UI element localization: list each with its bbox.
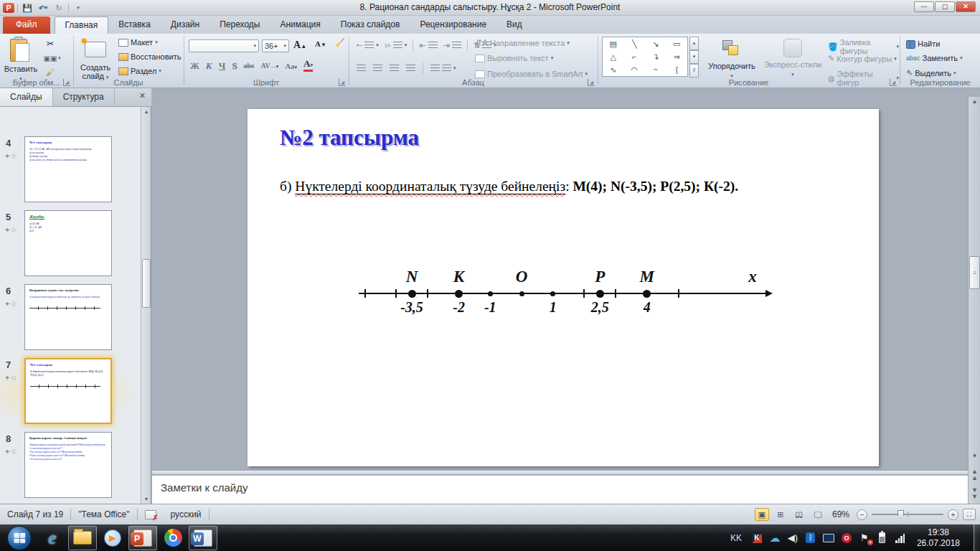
- text-shadow-button[interactable]: S: [232, 60, 237, 72]
- zoom-slider-thumb[interactable]: [897, 510, 904, 519]
- bluetooth-icon[interactable]: ᛒ: [805, 532, 816, 544]
- bullets-button[interactable]: •–▾: [357, 42, 379, 49]
- decrease-indent-button[interactable]: ⇤: [419, 41, 437, 50]
- scroll-thumb[interactable]: [142, 259, 151, 308]
- shape-icon[interactable]: ~: [654, 65, 658, 75]
- animation-star-icon[interactable]: ✦☆: [4, 152, 17, 160]
- notes-pane[interactable]: Заметки к слайду: [152, 475, 968, 504]
- animation-star-icon[interactable]: ✦☆: [4, 300, 17, 308]
- change-case-button[interactable]: Aa▾: [285, 62, 297, 70]
- chrome-icon[interactable]: [159, 526, 187, 550]
- volume-icon[interactable]: ◀): [787, 532, 798, 544]
- notes-splitter[interactable]: [152, 470, 968, 475]
- reset-button[interactable]: Восстановить: [118, 52, 181, 61]
- shape-icon[interactable]: ▭: [673, 39, 680, 49]
- smartart-button[interactable]: Преобразовать в SmartArt▾: [475, 70, 588, 78]
- shape-icon[interactable]: ↴: [652, 52, 659, 62]
- reading-view-button[interactable]: 🕮: [792, 508, 806, 521]
- bold-button[interactable]: Ж: [190, 60, 199, 72]
- arrange-button[interactable]: Упорядочить▾: [705, 36, 759, 77]
- copy-button[interactable]: ▣▣▾: [44, 52, 61, 64]
- find-button[interactable]: Найти: [906, 39, 940, 48]
- paste-button[interactable]: Вставить▾: [2, 36, 39, 77]
- language-indicator[interactable]: русский: [164, 504, 209, 524]
- tab-переходы[interactable]: Переходы: [209, 17, 270, 34]
- word-taskbar-icon[interactable]: W: [189, 526, 217, 550]
- shape-icon[interactable]: ↘: [652, 39, 659, 49]
- section-button[interactable]: Раздел▾: [118, 67, 161, 75]
- quick-styles-button[interactable]: Экспресс-стили▾: [762, 36, 824, 77]
- cut-button[interactable]: ✂: [44, 38, 56, 50]
- cloud-icon[interactable]: ☁: [769, 532, 781, 544]
- tab-анимация[interactable]: Анимация: [270, 17, 330, 34]
- shape-icon[interactable]: ⌐: [632, 52, 636, 62]
- slideshow-button[interactable]: 🖵: [811, 508, 825, 521]
- show-desktop-button[interactable]: [974, 524, 980, 551]
- drawing-dialog-launcher[interactable]: ◢: [890, 79, 897, 86]
- columns-button[interactable]: ▾: [430, 65, 456, 72]
- panel-close-icon[interactable]: ✕: [133, 88, 151, 106]
- media-player-icon[interactable]: ▶: [98, 526, 127, 550]
- shape-outline-button[interactable]: ✎Контур фигуры▾: [828, 54, 897, 63]
- character-spacing-button[interactable]: AV↔▾: [260, 62, 278, 70]
- font-dialog-launcher[interactable]: ◢: [339, 79, 346, 86]
- tab-вставка[interactable]: Вставка: [108, 17, 161, 34]
- slide-thumbnail[interactable]: Координата түзуін еске түсірелік.а) коор…: [24, 284, 112, 350]
- numbering-button[interactable]: 1≡▾: [385, 42, 407, 49]
- download-agent-icon[interactable]: O: [841, 532, 852, 544]
- close-button[interactable]: ✕: [956, 1, 976, 12]
- justify-button[interactable]: [406, 65, 415, 72]
- shrink-font-button[interactable]: А▼: [315, 39, 326, 48]
- align-left-button[interactable]: [357, 65, 366, 72]
- align-text-button[interactable]: Выровнять текст▾: [475, 54, 553, 62]
- zoom-in-button[interactable]: +: [948, 509, 958, 520]
- file-explorer-icon[interactable]: [68, 526, 97, 550]
- tab-outline[interactable]: Структура: [53, 88, 115, 106]
- theme-indicator[interactable]: "Тема Office": [71, 504, 136, 524]
- shape-icon[interactable]: ▤: [610, 39, 617, 49]
- strikethrough-button[interactable]: abc: [243, 62, 254, 70]
- slide-indicator[interactable]: Слайд 7 из 19: [0, 504, 70, 524]
- text-direction-button[interactable]: ⇵AНаправление текста▾: [475, 38, 570, 48]
- internet-explorer-icon[interactable]: e: [38, 526, 67, 550]
- align-right-button[interactable]: [390, 65, 399, 72]
- slide-canvas[interactable]: №2 тапсырма б) Нүктелерді координаталық …: [248, 109, 879, 466]
- new-slide-button[interactable]: ✹ Создатьслайд ▾: [77, 36, 114, 77]
- zoom-level[interactable]: 69%: [832, 509, 849, 519]
- italic-button[interactable]: К: [206, 60, 212, 72]
- font-size-combo[interactable]: 36+▾: [262, 39, 289, 52]
- previous-slide-button[interactable]: ▲▲: [969, 468, 980, 481]
- tab-slides[interactable]: Слайды: [0, 88, 53, 106]
- underline-button[interactable]: Ч: [219, 60, 226, 72]
- shape-fill-button[interactable]: 🪣Заливка фигуры▾: [828, 38, 899, 55]
- animation-star-icon[interactable]: ✦☆: [4, 226, 17, 234]
- action-center-flag-icon[interactable]: ⚑: [859, 532, 870, 544]
- align-center-button[interactable]: [373, 65, 382, 72]
- clock[interactable]: 19:3826.07.2018: [917, 527, 960, 549]
- fit-to-window-button[interactable]: ⛶: [963, 509, 976, 520]
- shapes-gallery-scroll[interactable]: ▲▼⊽: [689, 37, 699, 77]
- slide-thumbnail[interactable]: Жауабы:а) 12; 46;б) -7,2; -46;в) 0.: [24, 210, 112, 276]
- main-scrollbar[interactable]: ▲ ≡ ▼ ▲▲ ▼▼: [968, 97, 980, 504]
- network-signal-icon[interactable]: [895, 532, 906, 544]
- spellcheck-indicator[interactable]: [138, 504, 164, 524]
- shape-icon[interactable]: ◠: [631, 65, 638, 75]
- slide-sorter-button[interactable]: ⊞: [773, 508, 788, 521]
- normal-view-button[interactable]: ▣: [755, 508, 769, 521]
- shape-icon[interactable]: △: [611, 52, 616, 62]
- minimize-button[interactable]: —: [914, 1, 934, 12]
- tab-дизайн[interactable]: Дизайн: [161, 17, 209, 34]
- start-button[interactable]: [7, 526, 32, 550]
- panel-scrollbar[interactable]: ▲ ▼: [141, 107, 151, 504]
- battery-icon[interactable]: [877, 532, 888, 544]
- slide-thumbnail[interactable]: №2 тапсырмаб) Нүктелерді координаталық т…: [24, 358, 112, 424]
- increase-indent-button[interactable]: ⇥: [443, 41, 461, 50]
- slide-thumbnail[interactable]: Қарама қарсы сандар. Санның модулі•Қарам…: [24, 432, 112, 498]
- tab-вид[interactable]: Вид: [496, 17, 532, 34]
- maximize-button[interactable]: ▢: [935, 1, 955, 12]
- replace-button[interactable]: abacЗаменить▾: [906, 54, 962, 62]
- scroll-thumb[interactable]: ≡: [969, 256, 980, 289]
- scroll-down-icon[interactable]: ▼: [142, 494, 151, 504]
- display-icon[interactable]: [823, 532, 834, 544]
- animation-star-icon[interactable]: ✦☆: [4, 448, 17, 456]
